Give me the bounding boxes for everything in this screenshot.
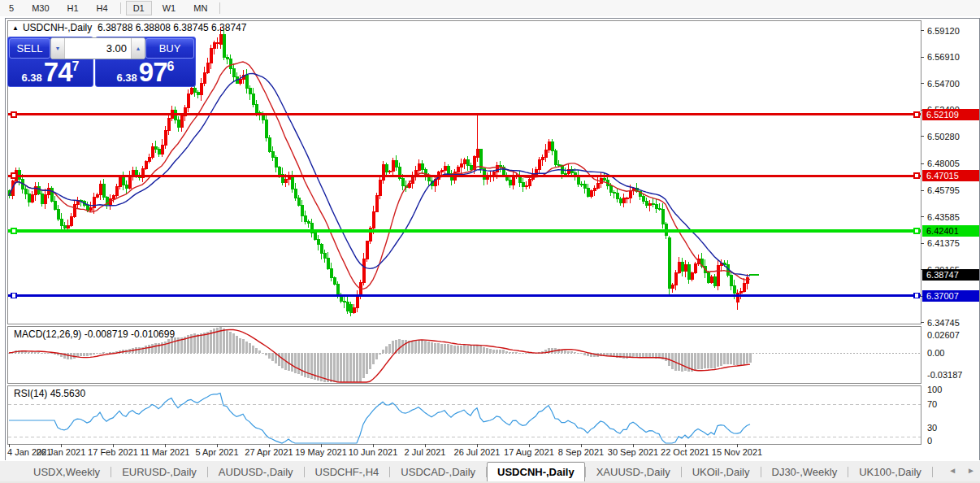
- symbol-tab-usdchf[interactable]: USDCHF-,H4: [305, 463, 390, 481]
- timeframe-button-h1[interactable]: H1: [60, 1, 86, 15]
- date-axis-label: 2 Jul 2021: [405, 447, 446, 457]
- current-price-badge: 6.38747: [922, 269, 979, 281]
- price-scale-tick: 6.54700: [927, 79, 960, 89]
- price-level-badge: 6.52109: [922, 109, 979, 120]
- horizontal-level-line[interactable]: [8, 112, 921, 117]
- symbol-tab-xauusd[interactable]: XAUUSD-,Daily: [586, 463, 681, 481]
- tabs-holder: USDX,WeeklyEURUSD-,DailyAUDUSD-,DailyUSD…: [23, 462, 933, 482]
- price-scale-tick: 6.34745: [927, 318, 960, 328]
- chart-title: ▲USDCNH-,Daily 6.38788 6.38808 6.38745 6…: [12, 22, 246, 33]
- date-axis-label: 26 Jan 2021: [37, 447, 86, 457]
- rsi-label: RSI(14) 45.5630: [14, 388, 85, 399]
- macd-scale-tick: 0.00: [927, 348, 944, 358]
- rsi-scale-tick: 30: [927, 423, 937, 433]
- sell-button[interactable]: SELL: [9, 38, 50, 59]
- sell-price-prefix: 6.38: [22, 72, 42, 84]
- date-axis-label: 10 Jun 2021: [349, 447, 398, 457]
- tab-scroll-right-icon[interactable]: ►: [967, 466, 975, 475]
- timeframe-button-mn[interactable]: MN: [186, 1, 215, 15]
- buy-price-big: 97: [139, 57, 167, 87]
- buy-button[interactable]: BUY: [145, 38, 194, 59]
- date-axis-label: 19 May 2021: [295, 447, 347, 457]
- date-axis-label: 26 Jul 2021: [454, 447, 501, 457]
- rsi-scale-tick: 0: [927, 436, 932, 446]
- price-scale-tick: 6.59120: [927, 26, 960, 36]
- timeframe-button-m30[interactable]: M30: [24, 1, 56, 15]
- sell-price-big: 74: [44, 57, 72, 87]
- trading-platform: 5M30H1H4D1W1MN ▲USDCNH-,Daily 6.38788 6.…: [0, 0, 980, 483]
- price-level-badge: 6.47015: [922, 170, 979, 181]
- symbol-tab-ukoil[interactable]: UKOil-,Daily: [682, 463, 761, 481]
- date-axis-label: 30 Sep 2021: [608, 447, 658, 457]
- toolbar-separator: [120, 2, 121, 14]
- price-scale-tick: 6.56910: [927, 52, 960, 62]
- volume-decrease-button[interactable]: ▼: [51, 38, 65, 59]
- symbol-tab-usdcnh[interactable]: USDCNH-,Daily: [487, 462, 585, 482]
- date-axis-label: 17 Feb 2021: [88, 447, 138, 457]
- buy-price-sup: 6: [167, 59, 175, 73]
- rsi-scale-tick: 100: [927, 385, 942, 394]
- tab-scroll-nav: ◄ ►: [948, 466, 975, 475]
- price-level-badge: 6.42401: [922, 225, 979, 237]
- macd-scale-tick: -0.03187: [927, 370, 962, 380]
- volume-spinner: ▼ ▲: [50, 37, 145, 59]
- axis-ticks: [9, 31, 924, 447]
- rsi-scale-tick: 70: [927, 399, 937, 409]
- toolbar-separator: [219, 2, 220, 14]
- symbol-tab-bar: USDX,WeeklyEURUSD-,DailyAUDUSD-,DailyUSD…: [0, 460, 980, 482]
- symbol-tab-usdcad[interactable]: USDCAD-,Daily: [390, 463, 486, 481]
- date-axis-label: 22 Oct 2021: [661, 447, 709, 457]
- price-scale-tick: 6.48005: [927, 159, 960, 168]
- date-axis-label: 11 Mar 2021: [141, 447, 190, 457]
- tab-separator: [932, 467, 933, 477]
- sell-price-sup: 7: [72, 59, 80, 73]
- rsi-line: [9, 394, 750, 444]
- date-axis-label: 15 Nov 2021: [712, 447, 762, 457]
- price-scale-tick: 6.43585: [927, 212, 960, 222]
- date-axis-label: 5 Apr 2021: [195, 447, 238, 457]
- buy-price-display[interactable]: 6.38976: [96, 59, 195, 85]
- tab-scroll-left-icon[interactable]: ◄: [948, 466, 956, 475]
- date-axis-label: 8 Sep 2021: [558, 447, 604, 457]
- chart-ohlc-values: 6.38788 6.38808 6.38745 6.38747: [98, 22, 247, 33]
- macd-label: MACD(12,26,9) -0.008719 -0.010699: [14, 329, 175, 340]
- timeframe-button-d1[interactable]: D1: [126, 1, 152, 15]
- price-scale-tick: 6.50280: [927, 132, 960, 141]
- symbol-tab-eurusd[interactable]: EURUSD-,Daily: [111, 463, 207, 481]
- collapse-panel-icon[interactable]: ▲: [12, 24, 19, 32]
- symbol-tab-usdx[interactable]: USDX,Weekly: [23, 463, 111, 481]
- symbol-tab-audusd[interactable]: AUDUSD-,Daily: [208, 463, 304, 481]
- timeframe-button-5[interactable]: 5: [2, 1, 21, 15]
- horizontal-level-line[interactable]: [8, 294, 921, 298]
- date-axis-label: 17 Aug 2021: [504, 447, 554, 457]
- volume-input[interactable]: [65, 38, 131, 59]
- price-level-badge: 6.37007: [922, 290, 979, 302]
- symbol-tab-uk100[interactable]: UK100-,Daily: [848, 463, 932, 481]
- chart-window: ▲USDCNH-,Daily 6.38788 6.38808 6.38745 6…: [5, 18, 980, 461]
- volume-increase-button[interactable]: ▲: [131, 38, 145, 59]
- sell-price-display[interactable]: 6.38747: [8, 59, 93, 85]
- price-scale-tick: 6.45795: [927, 185, 960, 195]
- price-scale-tick: 6.41375: [927, 238, 960, 248]
- chart-symbol-label: USDCNH-,Daily: [23, 22, 92, 33]
- macd-scale-tick: 0.02607: [927, 330, 960, 340]
- timeframe-toolbar: 5M30H1H4D1W1MN: [0, 0, 980, 16]
- date-axis-label: 27 Apr 2021: [245, 447, 293, 457]
- horizontal-level-line[interactable]: [8, 228, 921, 233]
- symbol-tab-dj30[interactable]: DJ30-,Weekly: [761, 463, 848, 481]
- timeframe-button-w1[interactable]: W1: [155, 1, 184, 15]
- timeframe-button-h4[interactable]: H4: [89, 1, 115, 15]
- buy-price-prefix: 6.38: [117, 72, 137, 84]
